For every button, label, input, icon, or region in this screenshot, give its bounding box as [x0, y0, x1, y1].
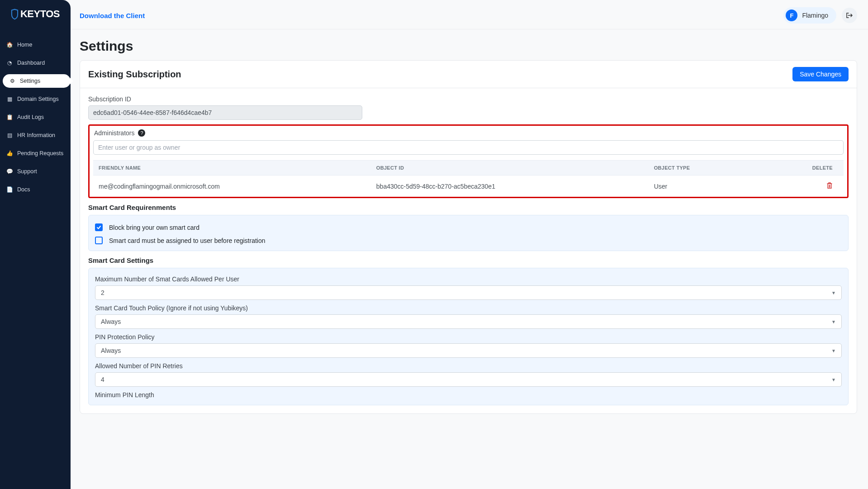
sidebar-item-label: Audit Logs	[17, 114, 44, 120]
delete-admin-button[interactable]	[826, 183, 833, 190]
col-object-type: OBJECT TYPE	[649, 161, 784, 176]
pin-protection-select[interactable]: Always ▼	[95, 343, 842, 358]
select-value: Always	[101, 347, 121, 354]
chevron-down-icon: ▼	[831, 377, 836, 382]
checkbox-label: Block bring your own smart card	[109, 224, 199, 231]
sidebar-item-label: Support	[17, 168, 37, 175]
sidebar: KEYTOS 🏠 Home ◔ Dashboard ⚙ Settings ▦ D…	[0, 0, 71, 489]
sidebar-item-label: Settings	[20, 78, 40, 84]
logo-shield-icon	[11, 8, 19, 20]
page-title: Settings	[80, 38, 857, 54]
sidebar-item-domain-settings[interactable]: ▦ Domain Settings	[0, 92, 71, 106]
field-label: Allowed Number of PIN Retries	[95, 362, 842, 370]
sidebar-item-label: Home	[17, 42, 32, 48]
block-byo-smartcard-checkbox[interactable]	[95, 223, 103, 231]
assigned-before-registration-checkbox[interactable]	[95, 237, 103, 244]
dashboard-icon: ◔	[6, 60, 13, 66]
sidebar-item-support[interactable]: 💬 Support	[0, 165, 71, 178]
subscription-id-field	[88, 105, 362, 120]
sidebar-item-docs[interactable]: 📄 Docs	[0, 183, 71, 196]
checkbox-label: Smart card must be assigned to user befo…	[109, 237, 266, 244]
administrators-section-highlight: Administrators ? FRIENDLY NAME OBJECT ID…	[88, 124, 849, 198]
sidebar-item-hr-information[interactable]: ▤ HR Information	[0, 128, 71, 142]
max-smartcards-select[interactable]: 2 ▼	[95, 285, 842, 300]
hr-icon: ▤	[6, 132, 13, 138]
logo: KEYTOS	[0, 0, 71, 24]
cell-object-id: bba430cc-5d59-48cc-b270-ac5beca230e1	[371, 176, 649, 197]
user-name: Flamingo	[802, 12, 828, 19]
col-delete: DELETE	[783, 161, 844, 176]
logout-icon	[846, 12, 853, 19]
chevron-down-icon: ▼	[831, 348, 836, 353]
touch-policy-select[interactable]: Always ▼	[95, 314, 842, 329]
domain-icon: ▦	[6, 96, 13, 102]
sidebar-item-label: Domain Settings	[17, 96, 59, 102]
field-label: PIN Protection Policy	[95, 333, 842, 341]
user-chip[interactable]: F Flamingo	[783, 7, 836, 24]
sidebar-nav: 🏠 Home ◔ Dashboard ⚙ Settings ▦ Domain S…	[0, 38, 71, 196]
table-row: me@codingflamingogmail.onmicrosoft.com b…	[93, 176, 844, 197]
sidebar-item-audit-logs[interactable]: 📋 Audit Logs	[0, 110, 71, 124]
cell-friendly-name: me@codingflamingogmail.onmicrosoft.com	[93, 176, 371, 197]
administrators-input[interactable]	[93, 140, 844, 155]
cell-object-type: User	[649, 176, 784, 197]
sidebar-item-settings[interactable]: ⚙ Settings	[3, 74, 71, 88]
gear-icon: ⚙	[9, 78, 15, 84]
thumb-up-icon: 👍	[6, 150, 13, 157]
administrators-label: Administrators	[94, 129, 134, 137]
subscription-id-label: Subscription ID	[88, 95, 849, 103]
sidebar-item-label: Dashboard	[17, 60, 45, 66]
main: Download the Client F Flamingo Settings …	[71, 0, 868, 489]
download-client-link[interactable]: Download the Client	[80, 12, 145, 19]
smartcard-requirements-title: Smart Card Requirenments	[88, 204, 849, 211]
clipboard-icon: 📋	[6, 114, 13, 120]
help-icon[interactable]: ?	[138, 129, 145, 137]
smartcard-settings-title: Smart Card Settings	[88, 256, 849, 264]
field-label: Smart Card Touch Policy (Ignore if not u…	[95, 304, 842, 312]
col-friendly-name: FRIENDLY NAME	[93, 161, 371, 176]
sidebar-item-pending-requests[interactable]: 👍 Pending Requests	[0, 147, 71, 160]
save-changes-button[interactable]: Save Changes	[792, 67, 849, 81]
section-title: Existing Subscription	[88, 69, 181, 80]
sidebar-item-label: Docs	[17, 186, 30, 193]
chevron-down-icon: ▼	[831, 319, 836, 324]
sidebar-item-home[interactable]: 🏠 Home	[0, 38, 71, 52]
chat-icon: 💬	[6, 168, 13, 175]
logout-button[interactable]	[842, 8, 857, 23]
select-value: Always	[101, 318, 121, 325]
pin-retries-select[interactable]: 4 ▼	[95, 372, 842, 387]
trash-icon	[826, 182, 833, 189]
chevron-down-icon: ▼	[831, 290, 836, 295]
sidebar-item-label: HR Information	[17, 132, 55, 138]
docs-icon: 📄	[6, 186, 13, 193]
logo-text: KEYTOS	[20, 8, 60, 20]
select-value: 4	[101, 376, 104, 383]
field-label: Maximum Number of Smat Cards Allowed Per…	[95, 275, 842, 283]
field-label: Minimum PIN Length	[95, 391, 842, 399]
topbar: Download the Client F Flamingo	[71, 0, 868, 29]
sidebar-item-label: Pending Requests	[17, 150, 63, 157]
check-icon	[96, 225, 101, 230]
sidebar-item-dashboard[interactable]: ◔ Dashboard	[0, 56, 71, 70]
col-object-id: OBJECT ID	[371, 161, 649, 176]
smartcard-requirements-panel: Block bring your own smart card Smart ca…	[88, 215, 849, 251]
settings-card: Existing Subscription Save Changes Subsc…	[80, 60, 857, 414]
home-icon: 🏠	[6, 42, 13, 48]
smartcard-settings-panel: Maximum Number of Smat Cards Allowed Per…	[88, 268, 849, 405]
select-value: 2	[101, 289, 104, 296]
card-header: Existing Subscription Save Changes	[80, 61, 857, 88]
avatar: F	[786, 9, 797, 21]
administrators-table: FRIENDLY NAME OBJECT ID OBJECT TYPE DELE…	[93, 160, 844, 197]
